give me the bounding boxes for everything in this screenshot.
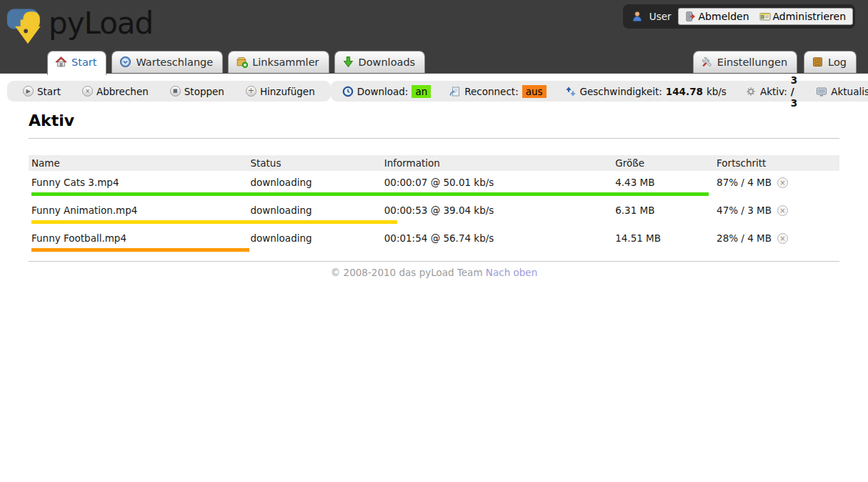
command-bar: ▶ Start × Abbrechen ■ Stoppen + Hinzufüg… xyxy=(7,81,331,102)
table-row: Funny Football.mp4 downloading 00:01:54 … xyxy=(29,227,839,255)
progress-label: 28% / 4 MB xyxy=(717,232,772,244)
file-information: 00:00:53 @ 39.04 kb/s xyxy=(381,205,612,216)
main-content: Aktiv Name Status Information Größe Fort… xyxy=(29,112,839,278)
col-name: Name xyxy=(29,157,247,169)
file-size: 14.51 MB xyxy=(612,232,714,244)
progress-label: 47% / 3 MB xyxy=(717,205,772,216)
download-state[interactable]: Download: an xyxy=(342,85,431,98)
tab-linksammler[interactable]: Linksammler xyxy=(228,51,329,73)
progress-bar xyxy=(31,220,810,224)
cancel-download-icon[interactable]: × xyxy=(777,177,788,188)
logout-button[interactable]: Abmelden xyxy=(685,11,749,22)
status-bar: Download: an Reconnect: aus Geschwindigk… xyxy=(331,81,868,102)
file-size: 6.31 MB xyxy=(612,205,714,216)
user-box: User Abmelden Administrieren xyxy=(623,4,855,29)
copyright-text: © 2008-2010 das pyLoad Team xyxy=(331,267,483,278)
collector-package-icon xyxy=(236,56,248,68)
col-progress: Fortschritt xyxy=(714,157,839,169)
progress-label: 87% / 4 MB xyxy=(717,177,772,188)
file-information: 00:01:54 @ 56.74 kb/s xyxy=(381,232,612,244)
admin-card-icon xyxy=(759,11,771,22)
col-status: Status xyxy=(247,157,381,169)
active-status: Aktiv: 3 / 3 xyxy=(745,74,797,109)
file-name: Funny Cats 3.mp4 xyxy=(29,177,247,188)
speed-unit: kb/s xyxy=(707,86,727,97)
administrate-button[interactable]: Administrieren xyxy=(759,11,846,22)
file-status: downloading xyxy=(247,177,381,188)
logout-icon xyxy=(685,11,697,22)
log-drawer-icon xyxy=(812,56,824,68)
file-information: 00:00:07 @ 50.01 kb/s xyxy=(381,177,612,188)
refresh-monitor-icon xyxy=(816,86,827,97)
app-title: pyLoad xyxy=(49,6,153,41)
back-to-top-link[interactable]: Nach oben xyxy=(486,267,537,278)
table-header: Name Status Information Größe Fortschrit… xyxy=(29,155,839,171)
add-icon: + xyxy=(246,86,256,97)
speed-status: Geschwindigkeit: 144.78 kb/s xyxy=(565,86,727,97)
app-logo: pyLoad xyxy=(6,1,153,47)
stop-button[interactable]: ■ Stoppen xyxy=(170,86,224,97)
file-status: downloading xyxy=(247,205,381,216)
session-buttons: Abmelden Administrieren xyxy=(678,8,853,25)
play-icon: ▶ xyxy=(23,86,34,97)
col-size: Größe xyxy=(612,157,714,169)
file-name: Funny Animation.mp4 xyxy=(29,205,247,216)
page-title: Aktiv xyxy=(29,112,839,139)
reconnect-icon xyxy=(449,86,461,97)
add-button[interactable]: + Hinzufügen xyxy=(246,86,315,97)
app-header: pyLoad User Abmelden xyxy=(0,0,868,74)
settings-tools-icon xyxy=(701,56,713,68)
main-tabs: Start Warteschlange Linksammler Downlo xyxy=(47,51,425,73)
home-icon xyxy=(55,56,67,68)
speed-value: 144.78 xyxy=(666,86,703,97)
user-icon xyxy=(632,11,643,22)
downloads-table: Name Status Information Größe Fortschrit… xyxy=(29,155,839,255)
cancel-download-icon[interactable]: × xyxy=(777,205,788,216)
stop-icon: ■ xyxy=(170,86,181,97)
tab-downloads[interactable]: Downloads xyxy=(334,51,426,73)
file-name: Funny Football.mp4 xyxy=(29,232,247,244)
col-information: Information xyxy=(381,157,612,169)
progress-bar xyxy=(31,248,810,252)
clock-icon xyxy=(342,86,354,97)
progress-bar xyxy=(31,192,810,196)
bars-row: ▶ Start × Abbrechen ■ Stoppen + Hinzufüg… xyxy=(7,81,861,102)
tab-log[interactable]: Log xyxy=(804,51,857,73)
tab-warteschlange[interactable]: Warteschlange xyxy=(111,51,223,73)
table-row: Funny Cats 3.mp4 downloading 00:00:07 @ … xyxy=(29,171,839,199)
download-state-badge: an xyxy=(411,85,431,98)
cancel-circle-icon: × xyxy=(82,86,93,97)
tab-start[interactable]: Start xyxy=(47,51,106,75)
active-count: 3 / 3 xyxy=(791,74,797,109)
gear-icon xyxy=(745,86,757,97)
table-row: Funny Animation.mp4 downloading 00:00:53… xyxy=(29,199,839,227)
secondary-tabs: Einstellungen Log xyxy=(693,51,857,73)
file-size: 4.43 MB xyxy=(612,177,714,188)
cancel-download-icon[interactable]: × xyxy=(777,233,788,244)
page-footer: © 2008-2010 das pyLoad Team Nach oben xyxy=(29,261,839,278)
pyload-logo-icon xyxy=(6,1,49,47)
download-arrow-icon xyxy=(342,56,354,68)
queue-clock-icon xyxy=(119,56,131,68)
cancel-button[interactable]: × Abbrechen xyxy=(82,86,149,97)
refresh-button[interactable]: Aktualisieren xyxy=(816,86,868,97)
file-status: downloading xyxy=(247,232,381,244)
reconnect-state[interactable]: Reconnect: aus xyxy=(449,85,546,98)
username: User xyxy=(649,11,672,22)
reconnect-state-badge: aus xyxy=(522,85,547,98)
start-queue-button[interactable]: ▶ Start xyxy=(23,86,61,97)
tab-einstellungen[interactable]: Einstellungen xyxy=(693,51,797,73)
speed-arrows-icon xyxy=(565,86,577,97)
